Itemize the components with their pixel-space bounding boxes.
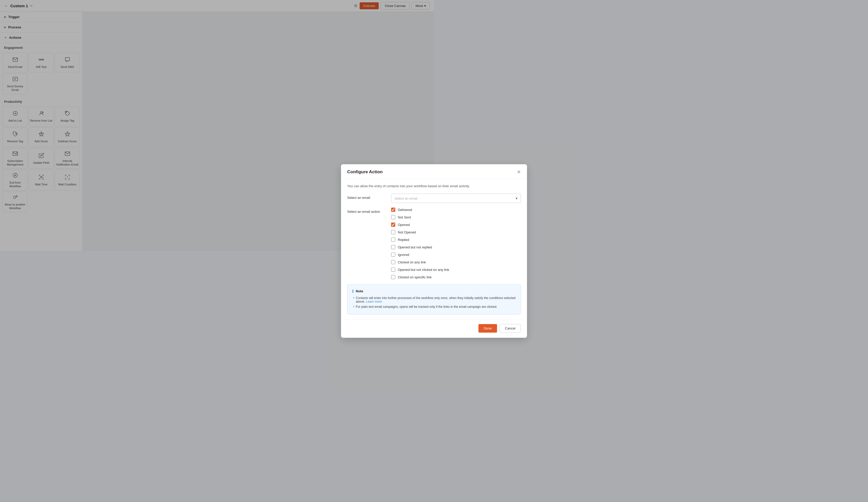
email-actions-control: Delivered Not Sent Opened Not Op [391,208,434,251]
checkbox-delivered[interactable]: Delivered [391,208,434,212]
checkbox-delivered-label: Delivered [398,208,412,212]
select-email-label: Select an email [347,194,386,200]
checkbox-not-opened-input[interactable] [391,230,395,234]
checkbox-replied-label: Replied [398,238,409,242]
checkbox-not-sent[interactable]: Not Sent [391,215,434,219]
checkbox-replied-input[interactable] [391,238,395,242]
modal-overlay: Configure Action ✕ You can allow the ent… [0,0,434,251]
checkbox-not-opened-label: Not Opened [398,230,416,234]
checkbox-opened-not-replied-label: Opened but not replied [398,245,432,249]
configure-action-modal: Configure Action ✕ You can allow the ent… [341,164,434,251]
modal-body: You can allow the entry of contacts into… [341,179,434,251]
checkbox-not-sent-input[interactable] [391,215,395,219]
select-email-action-row: Select an email action Delivered Not Sen… [347,208,434,251]
select-email-placeholder: Select an email [394,197,417,200]
select-email-control: Select an email ▾ [391,194,434,203]
email-actions-checkboxes: Delivered Not Sent Opened Not Op [391,208,434,251]
checkbox-opened-not-replied-input[interactable] [391,245,395,249]
modal-title: Configure Action [347,169,383,175]
checkbox-opened-label: Opened [398,223,410,227]
checkbox-opened-input[interactable] [391,222,395,227]
checkbox-opened-not-replied[interactable]: Opened but not replied [391,245,434,249]
checkbox-not-opened[interactable]: Not Opened [391,230,434,234]
modal-header: Configure Action ✕ [341,164,434,179]
select-email-dropdown[interactable]: Select an email ▾ [391,194,434,203]
select-email-action-label: Select an email action [347,208,386,213]
checkbox-not-sent-label: Not Sent [398,216,411,219]
checkbox-opened[interactable]: Opened [391,222,434,227]
select-email-row: Select an email Select an email ▾ [347,194,434,203]
modal-description: You can allow the entry of contacts into… [347,184,434,188]
checkbox-replied[interactable]: Replied [391,238,434,242]
checkbox-delivered-input[interactable] [391,208,395,212]
